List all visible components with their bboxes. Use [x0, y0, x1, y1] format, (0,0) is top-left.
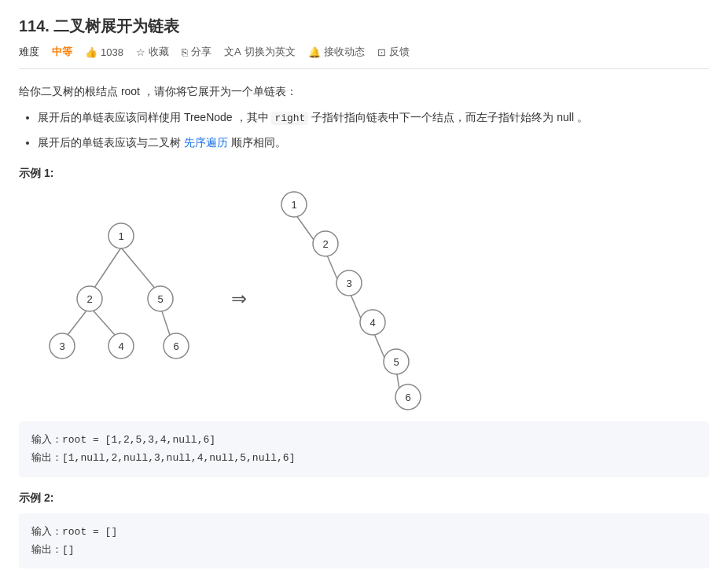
switch-lang-action[interactable]: 文A 切换为英文 [224, 45, 296, 59]
svg-text:6: 6 [405, 391, 410, 403]
left-tree-svg: 1 2 5 3 4 6 [35, 212, 208, 385]
feedback-action[interactable]: ⊡ 反馈 [377, 45, 410, 59]
star-icon: ☆ [136, 46, 145, 58]
difficulty-label: 难度 [19, 45, 39, 59]
svg-text:3: 3 [59, 340, 64, 351]
divider [19, 68, 709, 69]
svg-text:2: 2 [322, 237, 328, 249]
likes-count: 1038 [101, 46, 123, 58]
bullet-list: 展开后的单链表应该同样使用 TreeNode ，其中 right 子指针指向链表… [38, 108, 709, 153]
example2-title: 示例 2: [19, 491, 709, 506]
example1-code: 输入：root = [1,2,5,3,4,null,6] 输出：[1,null,… [19, 421, 709, 477]
likes-action[interactable]: 👍 1038 [85, 46, 123, 58]
problem-title: 114. 二叉树展开为链表 [19, 16, 709, 37]
collect-label: 收藏 [149, 45, 169, 59]
share-label: 分享 [191, 45, 211, 59]
svg-text:5: 5 [157, 292, 163, 304]
intro-text: 给你二叉树的根结点 root ，请你将它展开为一个单链表： [19, 82, 709, 101]
svg-text:2: 2 [86, 292, 92, 304]
svg-text:1: 1 [118, 230, 123, 241]
preorder-link[interactable]: 先序遍历 [184, 136, 228, 149]
svg-text:4: 4 [118, 340, 123, 351]
thumb-icon: 👍 [85, 46, 97, 58]
example2-code: 输入：root = [] 输出：[] [19, 513, 709, 569]
bullet2-post: 顺序相同。 [228, 136, 286, 149]
svg-text:6: 6 [173, 340, 178, 351]
svg-text:5: 5 [393, 355, 399, 367]
right-tree-svg: 1 2 3 4 5 6 [270, 189, 428, 409]
translate-icon: 文A [224, 45, 241, 59]
collect-action[interactable]: ☆ 收藏 [136, 45, 169, 59]
feedback-icon: ⊡ [377, 46, 386, 58]
feedback-label: 反馈 [389, 45, 410, 59]
svg-text:4: 4 [370, 316, 375, 328]
switch-label: 切换为英文 [245, 45, 296, 59]
difficulty-value: 中等 [52, 45, 72, 59]
example1-output: 输出：[1,null,2,null,3,null,4,null,5,null,6… [31, 449, 697, 467]
arrow-symbol: ⇒ [231, 288, 247, 310]
right-keyword: right [271, 112, 308, 125]
bullet2-pre: 展开后的单链表应该与二叉树 [38, 136, 184, 149]
example1-title: 示例 1: [19, 167, 709, 181]
example2-output: 输出：[] [31, 541, 697, 559]
bell-icon: 🔔 [308, 46, 321, 58]
diagram-container: 1 2 5 3 4 6 ⇒ 1 2 3 4 5 6 [19, 189, 709, 409]
description: 给你二叉树的根结点 root ，请你将它展开为一个单链表： 展开后的单链表应该同… [19, 82, 709, 153]
share-action[interactable]: ⎘ 分享 [182, 45, 211, 59]
example1-input: 输入：root = [1,2,5,3,4,null,6] [31, 431, 697, 449]
bullet-2: 展开后的单链表应该与二叉树 先序遍历 顺序相同。 [38, 133, 709, 153]
notify-action[interactable]: 🔔 接收动态 [308, 45, 365, 59]
notify-label: 接收动态 [324, 45, 365, 59]
share-icon: ⎘ [182, 46, 188, 58]
bullet-1: 展开后的单链表应该同样使用 TreeNode ，其中 right 子指针指向链表… [38, 108, 709, 127]
bullet1-pre: 展开后的单链表应该同样使用 TreeNode ，其中 [38, 111, 271, 123]
svg-text:3: 3 [346, 277, 351, 289]
svg-text:1: 1 [291, 198, 296, 210]
bullet1-post: 子指针指向链表中下一个结点，而左子指针始终为 null 。 [308, 111, 587, 123]
example2-input: 输入：root = [] [31, 523, 697, 541]
meta-bar: 难度 中等 👍 1038 ☆ 收藏 ⎘ 分享 文A 切换为英文 🔔 接收动态 ⊡… [19, 45, 709, 59]
